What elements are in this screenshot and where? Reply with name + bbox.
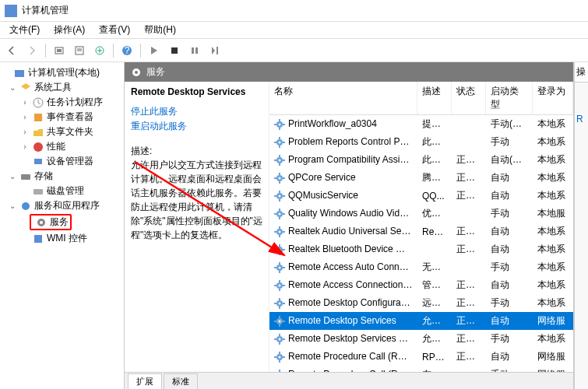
col-logon[interactable]: 登录为 bbox=[533, 82, 573, 114]
svg-point-15 bbox=[33, 142, 43, 152]
service-row[interactable]: Realtek Audio Universal ServiceRealt...正… bbox=[269, 223, 573, 240]
gear-icon bbox=[274, 334, 285, 345]
svg-point-98 bbox=[279, 338, 281, 340]
svg-rect-51 bbox=[279, 191, 280, 193]
tree-perf[interactable]: ›性能 bbox=[2, 139, 122, 154]
col-name[interactable]: 名称 bbox=[269, 82, 417, 114]
service-row[interactable]: PrintWorkflow_a0304提供...手动(触发...本地系 bbox=[269, 115, 573, 133]
restart-service-link[interactable]: 重启动此服务 bbox=[131, 120, 262, 133]
svg-rect-78 bbox=[283, 267, 285, 268]
service-row[interactable]: Quality Windows Audio Video Ex...优质...手动… bbox=[269, 205, 573, 223]
actions-pane[interactable]: 操 R bbox=[574, 62, 588, 389]
col-status[interactable]: 状态 bbox=[452, 82, 486, 114]
svg-rect-11 bbox=[217, 47, 218, 54]
svg-rect-17 bbox=[21, 174, 30, 180]
svg-point-38 bbox=[279, 159, 281, 161]
svg-rect-83 bbox=[274, 285, 276, 286]
svg-rect-27 bbox=[279, 119, 280, 121]
gear-icon bbox=[274, 316, 285, 327]
service-row[interactable]: Remote Desktop Configuration远程...正在...手动… bbox=[269, 294, 573, 312]
svg-rect-48 bbox=[283, 177, 285, 179]
window-title: 计算机管理 bbox=[22, 4, 69, 17]
service-row[interactable]: Problem Reports Control Panel S...此服...手… bbox=[269, 133, 573, 151]
tab-standard[interactable]: 标准 bbox=[164, 373, 198, 389]
svg-rect-89 bbox=[274, 303, 276, 304]
menu-action[interactable]: 操作(A) bbox=[48, 22, 91, 38]
svg-rect-12 bbox=[15, 70, 24, 77]
help-button[interactable]: ? bbox=[118, 42, 136, 59]
svg-point-86 bbox=[279, 302, 281, 304]
svg-point-92 bbox=[279, 320, 281, 322]
col-start[interactable]: 启动类型 bbox=[486, 82, 533, 114]
service-row[interactable]: Remote Desktop Services允许...正在...自动网络服 bbox=[269, 312, 573, 330]
service-row[interactable]: Remote Procedure Call (RPC)RPC...正在...自动… bbox=[269, 348, 573, 366]
services-header: 服务 bbox=[125, 62, 573, 82]
service-row[interactable]: Remote Desktop Services UserM...允许...正在.… bbox=[269, 330, 573, 348]
play-button[interactable] bbox=[146, 42, 163, 59]
forward-button[interactable] bbox=[23, 42, 40, 59]
svg-rect-22 bbox=[34, 235, 42, 243]
properties-button[interactable] bbox=[71, 42, 88, 59]
svg-rect-28 bbox=[279, 128, 280, 130]
svg-rect-57 bbox=[279, 209, 280, 211]
svg-point-68 bbox=[279, 248, 281, 251]
gear-icon bbox=[274, 137, 285, 148]
tree-task[interactable]: ›任务计划程序 bbox=[2, 95, 122, 110]
svg-text:?: ? bbox=[125, 45, 130, 56]
tree-systools[interactable]: ⌄系统工具 bbox=[2, 80, 122, 95]
service-row[interactable]: Remote Access Auto Connection ...无论...手动… bbox=[269, 258, 573, 276]
tree-disk[interactable]: 磁盘管理 bbox=[2, 184, 122, 198]
up-button[interactable] bbox=[51, 42, 68, 59]
gear-icon bbox=[131, 67, 142, 78]
stop-button[interactable] bbox=[166, 42, 183, 59]
export-button[interactable] bbox=[91, 42, 108, 59]
tab-extended[interactable]: 扩展 bbox=[128, 373, 162, 389]
service-row[interactable]: Remote Access Connection Man...管理...正在..… bbox=[269, 276, 573, 294]
svg-point-44 bbox=[279, 177, 281, 179]
svg-rect-72 bbox=[283, 249, 285, 251]
service-row[interactable]: QQMusicServiceQQ...正在...自动本地系 bbox=[269, 187, 573, 205]
back-button[interactable] bbox=[3, 42, 20, 59]
service-row[interactable]: Program Compatibility Assistant S...此服..… bbox=[269, 151, 573, 169]
svg-rect-10 bbox=[195, 47, 198, 54]
tree-wmi[interactable]: WMI 控件 bbox=[2, 231, 122, 246]
tree-event[interactable]: ›事件查看器 bbox=[2, 110, 122, 124]
menu-help[interactable]: 帮助(H) bbox=[138, 22, 182, 38]
tree-pane[interactable]: 计算机管理(本地) ⌄系统工具 ›任务计划程序 ›事件查看器 ›共享文件夹 ›性… bbox=[0, 62, 125, 389]
desc-label: 描述: bbox=[131, 144, 262, 158]
tree-services[interactable]: 服务 bbox=[2, 213, 122, 231]
service-row[interactable]: QPCore Service腾讯...正在...自动本地系 bbox=[269, 169, 573, 187]
svg-point-32 bbox=[279, 141, 281, 143]
stop-service-link[interactable]: 停止此服务 bbox=[131, 105, 262, 118]
col-desc[interactable]: 描述 bbox=[417, 82, 452, 114]
svg-rect-47 bbox=[274, 177, 276, 179]
gear-icon bbox=[274, 280, 285, 291]
svg-rect-70 bbox=[279, 253, 280, 255]
svg-rect-58 bbox=[279, 217, 280, 219]
svg-rect-107 bbox=[274, 356, 276, 358]
svg-rect-8 bbox=[171, 47, 178, 54]
svg-rect-102 bbox=[283, 338, 285, 340]
svg-point-62 bbox=[279, 230, 281, 233]
restart-button[interactable] bbox=[206, 42, 224, 59]
service-row[interactable]: Realtek Bluetooth Device Manag...正在...自动… bbox=[269, 240, 573, 258]
tree-devmgr[interactable]: 设备管理器 bbox=[2, 154, 122, 169]
action-r[interactable]: R bbox=[575, 82, 588, 156]
tree-storage[interactable]: ⌄存储 bbox=[2, 169, 122, 184]
svg-rect-96 bbox=[283, 321, 285, 322]
tree-root[interactable]: 计算机管理(本地) bbox=[2, 65, 122, 80]
svg-point-19 bbox=[22, 202, 30, 210]
gear-icon bbox=[274, 262, 285, 273]
svg-rect-75 bbox=[279, 262, 280, 265]
service-list[interactable]: 名称 描述 状态 启动类型 登录为 PrintWorkflow_a0304提供.… bbox=[269, 82, 573, 372]
pause-button[interactable] bbox=[186, 42, 203, 59]
svg-point-21 bbox=[40, 221, 43, 224]
tree-shared[interactable]: ›共享文件夹 bbox=[2, 124, 122, 139]
tree-svcapp[interactable]: ⌄服务和应用程序 bbox=[2, 198, 122, 213]
service-row[interactable]: Remote Procedure Call (RPC) Lo...在 W...手… bbox=[269, 366, 573, 372]
menu-view[interactable]: 查看(V) bbox=[93, 22, 136, 38]
menubar: 文件(F) 操作(A) 查看(V) 帮助(H) bbox=[0, 22, 588, 39]
svg-rect-46 bbox=[279, 181, 280, 184]
menu-file[interactable]: 文件(F) bbox=[3, 22, 46, 38]
gear-icon bbox=[274, 191, 285, 202]
